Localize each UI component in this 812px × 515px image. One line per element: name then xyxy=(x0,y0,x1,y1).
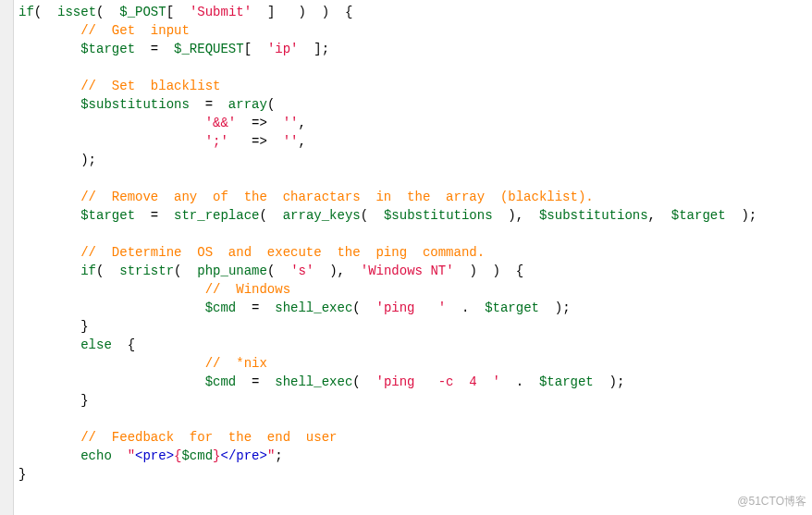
token-var: $cmd xyxy=(205,374,237,389)
token-punc: [ xyxy=(166,5,190,19)
token-punc: ( xyxy=(361,208,384,223)
token-kw: shell_exec xyxy=(275,300,352,315)
token-cmt: // Determine OS and execute the ping com… xyxy=(80,245,485,260)
token-var: $target xyxy=(485,300,539,315)
token-str: 'ping -c 4 ' xyxy=(376,374,500,389)
token-punc: ( xyxy=(96,5,119,19)
token-cmt: // Remove any of the charactars in the a… xyxy=(80,190,594,204)
token-punc: [ xyxy=(244,42,267,56)
code-line: // Windows xyxy=(18,280,757,299)
code-line: $cmd = shell_exec( 'ping -c 4 ' . $targe… xyxy=(18,373,757,391)
code-screenshot: if( isset( $_POST[ 'Submit' ] ) ) { // G… xyxy=(0,0,812,515)
token-str: 'Submit' xyxy=(190,5,252,19)
token-punc: , xyxy=(298,116,305,130)
token-str: '&&' xyxy=(205,116,237,130)
code-line xyxy=(18,169,757,188)
token-kw: isset xyxy=(57,5,96,19)
token-punc: ( xyxy=(352,374,375,389)
token-punc: } xyxy=(18,467,26,482)
code-line: } xyxy=(18,465,757,484)
code-block: if( isset( $_POST[ 'Submit' ] ) ) { // G… xyxy=(18,3,757,484)
token-punc: = xyxy=(135,42,174,56)
code-line: $target = str_replace( array_keys( $subs… xyxy=(18,206,757,225)
token-cmt: // *nix xyxy=(205,356,267,371)
code-line: $substitutions = array( xyxy=(18,95,757,114)
token-punc: = xyxy=(236,300,275,315)
token-punc: ) ) { xyxy=(454,264,524,278)
token-str: " xyxy=(128,448,135,463)
code-line: $target = $_REQUEST[ 'ip' ]; xyxy=(18,40,757,58)
token-punc: ), xyxy=(314,264,360,278)
token-punc: => xyxy=(228,134,283,149)
token-punc: ); xyxy=(80,153,96,167)
token-strblue: <pre> xyxy=(135,448,174,463)
token-punc: . xyxy=(446,300,485,315)
token-var: $_POST xyxy=(119,5,166,19)
code-line: // Determine OS and execute the ping com… xyxy=(18,243,757,262)
token-punc: => xyxy=(236,116,282,130)
token-str: 'Windows NT' xyxy=(361,264,454,278)
token-punc: ); xyxy=(539,300,571,315)
token-str: 'ping ' xyxy=(376,300,447,315)
token-punc: , xyxy=(298,134,305,149)
token-str: ';' xyxy=(205,134,228,149)
token-punc: ( xyxy=(259,208,282,223)
token-str: '' xyxy=(283,134,299,149)
token-punc: ] ) ) { xyxy=(252,5,352,19)
token-kw: array xyxy=(228,97,267,112)
token-kw: php_uname xyxy=(197,264,267,278)
token-punc: , xyxy=(648,208,671,223)
token-punc: ( xyxy=(352,300,375,315)
token-var: $substitutions xyxy=(539,208,648,223)
token-var: $target xyxy=(671,208,726,223)
token-punc: { xyxy=(112,337,135,352)
token-var: $substitutions xyxy=(80,97,190,112)
code-line: ';' => '', xyxy=(18,132,757,151)
code-line xyxy=(18,225,757,243)
code-line: if( isset( $_POST[ 'Submit' ] ) ) { xyxy=(18,3,757,21)
token-kw: if xyxy=(80,264,96,278)
token-cmt: // Feedback for the end user xyxy=(80,430,337,445)
code-line: ); xyxy=(18,151,757,169)
token-var: $_REQUEST xyxy=(174,42,244,56)
token-punc: ); xyxy=(594,374,625,389)
token-var: $cmd xyxy=(205,300,237,315)
token-punc: ]; xyxy=(299,42,330,56)
code-line: } xyxy=(18,391,757,410)
token-kw: shell_exec xyxy=(275,374,352,389)
token-punc: ; xyxy=(275,448,282,463)
token-strblue: </pre> xyxy=(220,448,266,463)
code-line xyxy=(18,410,757,428)
token-str: 's' xyxy=(290,264,314,278)
token-punc: } xyxy=(80,393,88,408)
token-kw: array_keys xyxy=(283,208,361,223)
token-kw: stristr xyxy=(119,264,174,278)
token-kw: if xyxy=(18,5,34,19)
code-line: '&&' => '', xyxy=(18,114,757,132)
code-line: echo "<pre>{$cmd}</pre>"; xyxy=(18,447,757,465)
token-cmt: // Set blacklist xyxy=(80,79,220,93)
code-line: // Remove any of the charactars in the a… xyxy=(18,188,757,206)
code-line: // *nix xyxy=(18,354,757,373)
token-punc: } xyxy=(80,319,88,334)
token-punc xyxy=(112,448,128,463)
token-kw: echo xyxy=(80,448,112,463)
code-line: $cmd = shell_exec( 'ping ' . $target ); xyxy=(18,299,757,317)
token-punc: ( xyxy=(267,264,290,278)
code-line: // Feedback for the end user xyxy=(18,428,757,447)
line-gutter xyxy=(0,0,14,515)
token-punc: ); xyxy=(726,208,757,223)
token-punc: ), xyxy=(493,208,539,223)
watermark: @51CTO博客 xyxy=(737,494,806,509)
token-punc: ( xyxy=(267,97,275,112)
token-punc: . xyxy=(500,374,539,389)
code-line: } xyxy=(18,317,757,336)
token-punc: = xyxy=(190,97,228,112)
token-punc: ( xyxy=(174,264,197,278)
code-line: // Set blacklist xyxy=(18,77,757,95)
token-cmt: // Windows xyxy=(205,282,290,297)
token-kw: else xyxy=(80,337,112,352)
token-var: $substitutions xyxy=(384,208,493,223)
token-cmt: // Get input xyxy=(80,23,190,38)
code-line: else { xyxy=(18,336,757,354)
